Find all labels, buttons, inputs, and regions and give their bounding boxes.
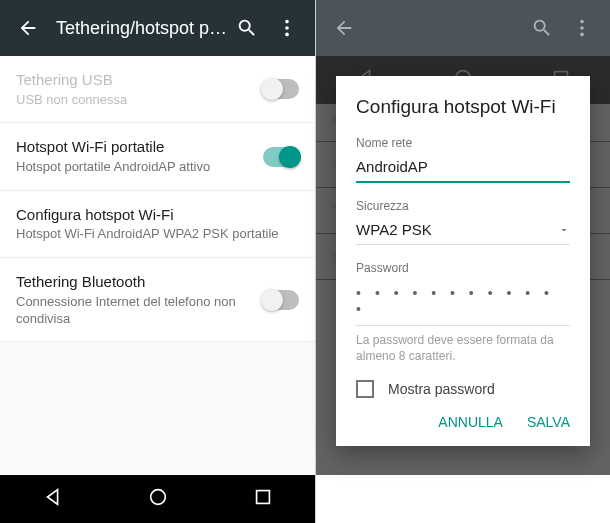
search-button[interactable] — [227, 8, 267, 48]
search-button — [522, 8, 562, 48]
row-wifi-hotspot[interactable]: Hotspot Wi-Fi portatile Hotspot portatil… — [0, 123, 315, 190]
nav-recents-button[interactable] — [252, 486, 274, 512]
row-usb-tethering: Tethering USB USB non connessa — [0, 56, 315, 123]
square-recents-icon — [252, 486, 274, 508]
security-value: WPA2 PSK — [356, 221, 558, 238]
row-subtitle: USB non connessa — [16, 92, 251, 109]
search-icon — [531, 17, 553, 39]
wifi-hotspot-toggle[interactable] — [263, 147, 299, 167]
more-vert-icon — [571, 17, 593, 39]
overflow-button[interactable] — [267, 8, 307, 48]
back-button — [324, 8, 364, 48]
row-configure-hotspot[interactable]: Configura hotspot Wi-Fi Hotspot Wi-Fi An… — [0, 191, 315, 258]
usb-tethering-toggle — [263, 79, 299, 99]
triangle-back-icon — [42, 486, 64, 508]
navbar — [0, 475, 315, 523]
show-password-label: Mostra password — [388, 381, 495, 397]
checkbox-icon — [356, 380, 374, 398]
network-name-label: Nome rete — [356, 136, 570, 150]
svg-point-2 — [285, 33, 289, 37]
row-title: Tethering Bluetooth — [16, 272, 251, 292]
overflow-button — [562, 8, 602, 48]
svg-point-6 — [580, 26, 584, 30]
nav-back-button[interactable] — [42, 486, 64, 512]
svg-point-1 — [285, 26, 289, 30]
appbar — [316, 0, 610, 56]
password-input[interactable]: • • • • • • • • • • • • — [356, 279, 570, 326]
dropdown-arrow-icon — [558, 224, 570, 236]
password-label: Password — [356, 261, 570, 275]
network-name-input[interactable] — [356, 154, 570, 183]
svg-point-3 — [150, 490, 165, 505]
arrow-back-icon — [333, 17, 355, 39]
cancel-button[interactable]: ANNULLA — [438, 414, 503, 430]
security-label: Sicurezza — [356, 199, 570, 213]
dialog-title: Configura hotspot Wi-Fi — [356, 96, 570, 118]
appbar: Tethering/hotspot p… — [0, 0, 315, 56]
arrow-back-icon — [17, 17, 39, 39]
password-helper: La password deve essere formata da almen… — [356, 332, 570, 364]
back-button[interactable] — [8, 8, 48, 48]
circle-home-icon — [147, 486, 169, 508]
svg-point-5 — [580, 20, 584, 24]
hotspot-config-dialog: Configura hotspot Wi-Fi Nome rete Sicure… — [336, 76, 590, 446]
appbar-title: Tethering/hotspot p… — [56, 18, 227, 39]
search-icon — [236, 17, 258, 39]
row-title: Hotspot Wi-Fi portatile — [16, 137, 251, 157]
nav-home-button[interactable] — [147, 486, 169, 512]
row-subtitle: Hotspot Wi-Fi AndroidAP WPA2 PSK portati… — [16, 226, 299, 243]
save-button[interactable]: SALVA — [527, 414, 570, 430]
row-subtitle: Connessione Internet del telefono non co… — [16, 294, 251, 328]
security-dropdown[interactable]: WPA2 PSK — [356, 217, 570, 245]
show-password-checkbox[interactable]: Mostra password — [356, 380, 570, 398]
row-title: Tethering USB — [16, 70, 251, 90]
bluetooth-tethering-toggle[interactable] — [263, 290, 299, 310]
svg-rect-4 — [256, 491, 269, 504]
row-bluetooth-tethering[interactable]: Tethering Bluetooth Connessione Internet… — [0, 258, 315, 342]
more-vert-icon — [276, 17, 298, 39]
row-title: Configura hotspot Wi-Fi — [16, 205, 299, 225]
row-subtitle: Hotspot portatile AndroidAP attivo — [16, 159, 251, 176]
svg-point-0 — [285, 20, 289, 24]
settings-list: Tethering USB USB non connessa Hotspot W… — [0, 56, 315, 475]
svg-point-7 — [580, 33, 584, 37]
